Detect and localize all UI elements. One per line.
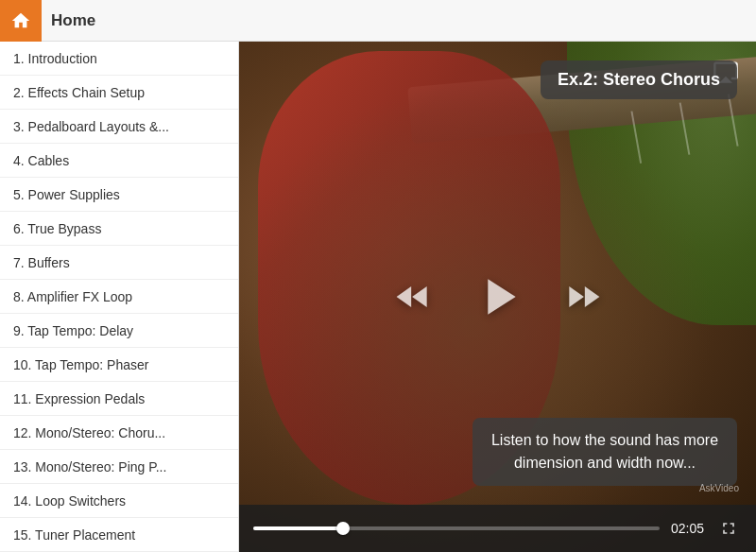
sidebar-item-5[interactable]: 5. Power Supplies [0, 178, 238, 212]
sidebar-item-10[interactable]: 10. Tap Tempo: Phaser [0, 348, 238, 382]
sidebar-item-3[interactable]: 3. Pedalboard Layouts &... [0, 110, 238, 144]
play-icon [468, 267, 528, 327]
sidebar-item-13[interactable]: 13. Mono/Stereo: Ping P... [0, 450, 238, 484]
video-area: Ex.2: Stereo Chorus Listen to how the so… [239, 42, 756, 552]
fastforward-icon [562, 276, 604, 318]
video-overlay-subtitle: Listen to how the sound has more dimensi… [472, 418, 737, 486]
header: Home [0, 0, 756, 42]
header-title: Home [42, 11, 95, 30]
rewind-button[interactable] [389, 273, 437, 320]
sidebar-item-15[interactable]: 15. Tuner Placement [0, 518, 238, 552]
sidebar-item-1[interactable]: 1. Introduction [0, 42, 238, 76]
home-icon-button[interactable] [0, 0, 42, 42]
sidebar-item-9[interactable]: 9. Tap Tempo: Delay [0, 314, 238, 348]
sidebar-item-6[interactable]: 6. True Bypass [0, 212, 238, 246]
progress-fill [253, 526, 343, 530]
expand-button[interactable] [715, 515, 742, 542]
video-overlay-title: Ex.2: Stereo Chorus [541, 60, 737, 99]
sidebar-item-7[interactable]: 7. Buffers [0, 246, 238, 280]
sidebar-item-2[interactable]: 2. Effects Chain Setup [0, 76, 238, 110]
sidebar-item-12[interactable]: 12. Mono/Stereo: Choru... [0, 416, 238, 450]
expand-icon [719, 519, 738, 538]
rewind-icon [392, 276, 434, 318]
home-icon [10, 10, 31, 31]
askvi-logo: AskVideo [699, 483, 739, 493]
play-button[interactable] [465, 264, 531, 330]
progress-track[interactable] [253, 526, 660, 530]
sidebar-item-4[interactable]: 4. Cables [0, 144, 238, 178]
time-display: 02:05 [671, 521, 704, 536]
fastforward-button[interactable] [559, 273, 607, 320]
progress-area: 02:05 [239, 505, 756, 552]
sidebar-item-8[interactable]: 8. Amplifier FX Loop [0, 280, 238, 314]
play-controls [389, 264, 607, 330]
progress-thumb[interactable] [336, 522, 350, 535]
sidebar: 1. Introduction 2. Effects Chain Setup 3… [0, 42, 239, 552]
main-layout: 1. Introduction 2. Effects Chain Setup 3… [0, 42, 756, 552]
sidebar-item-11[interactable]: 11. Expression Pedals [0, 382, 238, 416]
sidebar-item-14[interactable]: 14. Loop Switchers [0, 484, 238, 518]
